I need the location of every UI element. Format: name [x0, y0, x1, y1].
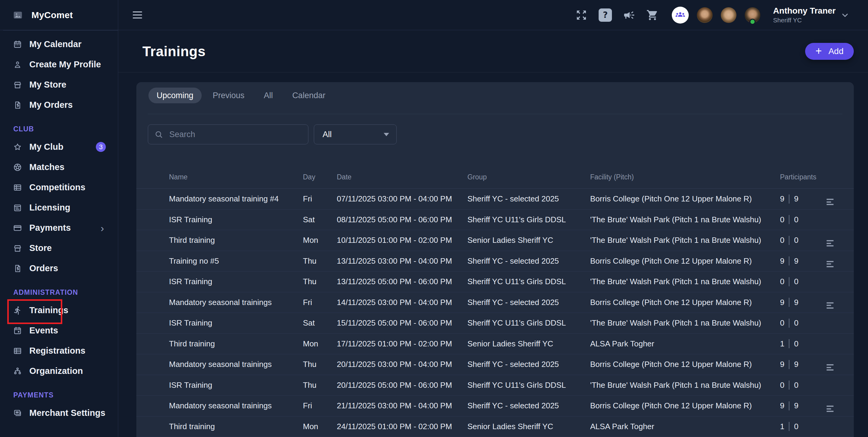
- sidebar-item-orders[interactable]: Orders ›: [0, 258, 118, 278]
- user-avatar-3[interactable]: [745, 7, 761, 23]
- cell-date: 13/11/2025 03:00 PM - 04:00 PM: [337, 257, 467, 266]
- sidebar-item-merchant-settings[interactable]: Merchant Settings ›: [0, 403, 118, 423]
- sidebar-item-my-calendar[interactable]: My Calendar ›: [0, 34, 118, 54]
- column-header-name: Name: [169, 173, 303, 181]
- sidebar-item-my-store[interactable]: My Store ›: [0, 75, 118, 95]
- cell-facility: Borris College (Pitch One 12 Upper Malon…: [590, 194, 780, 204]
- table-row[interactable]: Third training Mon 24/11/2025 01:00 PM -…: [136, 416, 854, 437]
- table-row[interactable]: Third training Mon 17/11/2025 01:00 PM -…: [136, 334, 854, 355]
- filter-row: All: [148, 125, 842, 144]
- table-header-row: Name Day Date Group Facility (Pitch) Par…: [136, 166, 854, 189]
- user-text: Anthony Traner Sheriff YC: [773, 6, 836, 24]
- row-menu-icon[interactable]: [827, 261, 834, 267]
- announcements-icon[interactable]: [623, 9, 635, 21]
- cell-date: 20/11/2025 03:00 PM - 04:00 PM: [337, 360, 467, 369]
- table-row[interactable]: ISR Training Thu 13/11/2025 05:00 PM - 0…: [136, 271, 854, 292]
- table-row[interactable]: ISR Training Sat 08/11/2025 05:00 PM - 0…: [136, 210, 854, 230]
- cell-date: 10/11/2025 01:00 PM - 02:00 PM: [337, 236, 467, 245]
- search-icon: [154, 130, 163, 139]
- fullscreen-icon[interactable]: [575, 9, 587, 21]
- menu-toggle-button[interactable]: [133, 9, 143, 21]
- row-menu-icon[interactable]: [827, 240, 834, 246]
- cell-facility: 'The Brute' Walsh Park (Pitch 1 na Brute…: [590, 215, 780, 224]
- sidebar-item-label: Store: [29, 243, 106, 253]
- table-body: Mandatory seasonal training #4 Fri 07/11…: [136, 189, 854, 437]
- sidebar-item-label: Events: [29, 326, 106, 336]
- sidebar-item-licensing[interactable]: Licensing ›: [0, 198, 118, 218]
- sidebar-item-create-my-profile[interactable]: Create My Profile ›: [0, 54, 118, 75]
- participants-separator: [789, 380, 789, 390]
- table-row[interactable]: Mandatory seasonal training #4 Fri 07/11…: [136, 189, 854, 210]
- cell-participants: 0 0: [780, 236, 823, 245]
- help-icon[interactable]: ?: [599, 8, 612, 22]
- topbar: ?: [118, 0, 868, 30]
- table-row[interactable]: ISR Training Sat 15/11/2025 05:00 PM - 0…: [136, 313, 854, 334]
- sidebar-item-matches[interactable]: Matches ›: [0, 157, 118, 177]
- logo-row[interactable]: MyComet: [0, 0, 118, 30]
- cell-date: 17/11/2025 01:00 PM - 02:00 PM: [337, 339, 467, 348]
- sidebar-item-competitions[interactable]: Competitions ›: [0, 177, 118, 198]
- cell-name: Third training: [169, 339, 303, 348]
- tab-all[interactable]: All: [256, 88, 281, 103]
- cell-day: Thu: [303, 257, 337, 266]
- user-avatar-2[interactable]: [721, 7, 737, 23]
- sidebar-item-events[interactable]: Events ›: [0, 321, 118, 341]
- cell-facility: Borris College (Pitch One 12 Upper Malon…: [590, 298, 780, 307]
- row-menu-icon[interactable]: [827, 406, 834, 412]
- sidebar-item-registrations[interactable]: Registrations ›: [0, 341, 118, 361]
- search-input[interactable]: [169, 130, 302, 139]
- cell-name: Mandatory seasonal trainings: [169, 360, 303, 369]
- sidebar-item-payments[interactable]: Payments ›: [0, 218, 118, 238]
- page-header: Trainings + Add: [118, 30, 868, 72]
- cell-participants: 1 0: [780, 422, 823, 431]
- sidebar-item-label: Competitions: [29, 182, 106, 192]
- cart-icon[interactable]: [646, 9, 658, 21]
- user-avatar-1[interactable]: [697, 7, 713, 23]
- sidebar-item-label: My Store: [29, 80, 106, 90]
- row-menu-icon[interactable]: [827, 302, 834, 309]
- cell-date: 13/11/2025 05:00 PM - 06:00 PM: [337, 277, 467, 286]
- content-area: UpcomingPreviousAllCalendar All Name: [118, 72, 868, 437]
- sidebar-item-label: My Club: [29, 142, 96, 152]
- participants-separator: [789, 277, 789, 286]
- cell-day: Mon: [303, 236, 337, 245]
- add-button[interactable]: + Add: [805, 43, 854, 60]
- sidebar-item-store[interactable]: Store ›: [0, 238, 118, 258]
- count-badge: 3: [96, 142, 106, 152]
- tab-upcoming[interactable]: Upcoming: [149, 88, 202, 103]
- trainings-card: UpcomingPreviousAllCalendar All Name: [136, 82, 854, 437]
- cell-day: Thu: [303, 277, 337, 286]
- table-row[interactable]: Third training Mon 10/11/2025 01:00 PM -…: [136, 230, 854, 251]
- table-row[interactable]: Mandatory seasonal trainings Thu 20/11/2…: [136, 354, 854, 375]
- sidebar-item-label: Merchant Settings: [29, 408, 106, 418]
- row-menu-icon[interactable]: [827, 199, 834, 205]
- table-row[interactable]: Mandatory seasonal trainings Fri 14/11/2…: [136, 292, 854, 313]
- tab-previous[interactable]: Previous: [205, 88, 253, 103]
- user-menu[interactable]: Anthony Traner Sheriff YC: [773, 6, 849, 24]
- terminal-icon: [13, 409, 22, 418]
- tab-calendar[interactable]: Calendar: [284, 88, 334, 103]
- table-row[interactable]: Mandatory seasonal trainings Fri 21/11/2…: [136, 396, 854, 416]
- store-icon: [13, 244, 22, 253]
- avatar-group: [672, 7, 761, 24]
- sidebar-item-label: Matches: [29, 162, 106, 172]
- sidebar-item-my-orders[interactable]: My Orders ›: [0, 95, 118, 115]
- cell-group: Sheriff YC U11's Girls DDSL: [467, 215, 590, 224]
- table-icon: [13, 346, 22, 356]
- cell-participants: 0 0: [780, 277, 823, 286]
- table-row[interactable]: Training no #5 Thu 13/11/2025 03:00 PM -…: [136, 251, 854, 272]
- row-menu-icon[interactable]: [827, 364, 834, 371]
- sidebar-item-organization[interactable]: Organization ›: [0, 361, 118, 381]
- sidebar-item-trainings[interactable]: Trainings ›: [0, 300, 118, 321]
- sidebar-item-label: Registrations: [29, 346, 106, 356]
- type-filter-dropdown[interactable]: All: [314, 125, 397, 144]
- cell-group: Senior Ladies Sheriff YC: [467, 422, 590, 431]
- store-icon: [13, 80, 22, 90]
- sidebar-item-my-club[interactable]: My Club 3 ›: [0, 137, 118, 157]
- table-row[interactable]: ISR Training Thu 20/11/2025 05:00 PM - 0…: [136, 375, 854, 396]
- chevron-right-icon: ›: [101, 223, 104, 233]
- receipt-icon: [13, 101, 22, 110]
- group-avatar[interactable]: [672, 7, 689, 24]
- chevron-down-icon: [840, 10, 849, 20]
- cell-name: ISR Training: [169, 277, 303, 286]
